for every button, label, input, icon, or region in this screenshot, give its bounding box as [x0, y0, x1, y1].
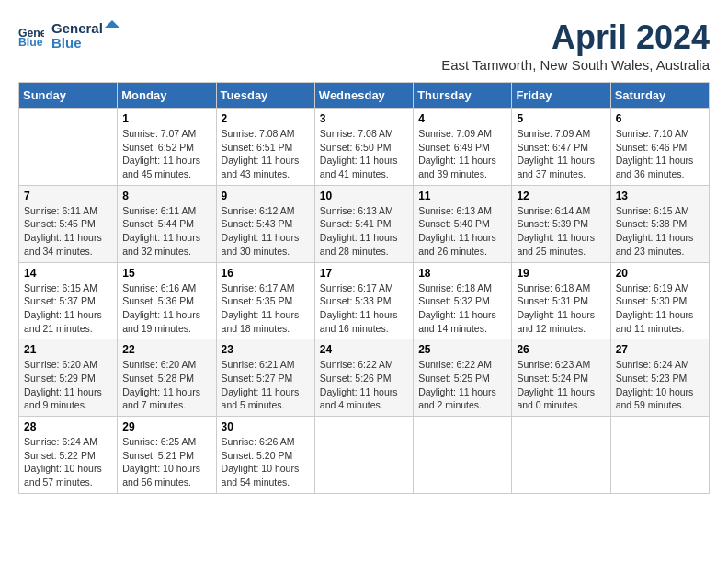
day-cell — [512, 417, 610, 494]
day-number: 17 — [320, 267, 408, 280]
day-detail: Sunrise: 6:24 AM Sunset: 5:22 PM Dayligh… — [24, 435, 112, 489]
day-cell: 19Sunrise: 6:18 AM Sunset: 5:31 PM Dayli… — [512, 262, 610, 339]
day-cell — [610, 417, 709, 494]
day-detail: Sunrise: 6:18 AM Sunset: 5:31 PM Dayligh… — [517, 282, 605, 336]
day-number: 12 — [517, 190, 605, 202]
day-detail: Sunrise: 7:08 AM Sunset: 6:50 PM Dayligh… — [320, 127, 408, 181]
day-number: 23 — [222, 343, 310, 356]
day-cell: 18Sunrise: 6:18 AM Sunset: 5:32 PM Dayli… — [414, 262, 512, 339]
day-cell: 17Sunrise: 6:17 AM Sunset: 5:33 PM Dayli… — [314, 262, 413, 339]
day-detail: Sunrise: 6:11 AM Sunset: 5:45 PM Dayligh… — [24, 204, 112, 259]
day-number: 6 — [616, 112, 704, 125]
day-number: 21 — [24, 343, 112, 356]
day-number: 5 — [517, 112, 605, 125]
day-number: 1 — [122, 112, 210, 125]
day-cell: 22Sunrise: 6:20 AM Sunset: 5:28 PM Dayli… — [118, 339, 216, 417]
day-cell: 8Sunrise: 6:11 AM Sunset: 5:44 PM Daylig… — [118, 185, 216, 262]
day-cell: 27Sunrise: 6:24 AM Sunset: 5:23 PM Dayli… — [610, 339, 709, 417]
header-wednesday: Wednesday — [314, 83, 413, 109]
day-number: 19 — [517, 267, 605, 280]
day-number: 29 — [122, 420, 210, 433]
day-number: 24 — [320, 343, 408, 356]
day-detail: Sunrise: 6:11 AM Sunset: 5:44 PM Dayligh… — [122, 204, 210, 259]
header-friday: Friday — [512, 83, 610, 109]
logo-svg: General Blue — [51, 18, 125, 52]
day-detail: Sunrise: 6:12 AM Sunset: 5:43 PM Dayligh… — [222, 204, 310, 259]
week-row-4: 21Sunrise: 6:20 AM Sunset: 5:29 PM Dayli… — [19, 339, 710, 417]
day-number: 22 — [122, 343, 210, 356]
day-cell: 10Sunrise: 6:13 AM Sunset: 5:41 PM Dayli… — [314, 185, 413, 262]
page-header: General Blue General Blue April 2024 Eas… — [18, 18, 710, 73]
day-cell: 1Sunrise: 7:07 AM Sunset: 6:52 PM Daylig… — [118, 109, 216, 186]
day-detail: Sunrise: 6:13 AM Sunset: 5:40 PM Dayligh… — [418, 204, 506, 259]
week-row-1: 1Sunrise: 7:07 AM Sunset: 6:52 PM Daylig… — [19, 109, 710, 186]
day-number: 11 — [418, 190, 506, 202]
day-number: 9 — [222, 190, 310, 202]
day-detail: Sunrise: 6:20 AM Sunset: 5:28 PM Dayligh… — [122, 358, 210, 412]
week-row-3: 14Sunrise: 6:15 AM Sunset: 5:37 PM Dayli… — [19, 262, 710, 339]
day-cell: 9Sunrise: 6:12 AM Sunset: 5:43 PM Daylig… — [216, 185, 314, 262]
day-cell — [414, 417, 512, 494]
day-cell: 30Sunrise: 6:26 AM Sunset: 5:20 PM Dayli… — [216, 417, 314, 494]
day-number: 8 — [122, 190, 210, 202]
day-number: 25 — [418, 343, 506, 356]
day-cell: 15Sunrise: 6:16 AM Sunset: 5:36 PM Dayli… — [118, 262, 216, 339]
calendar-header-row: SundayMondayTuesdayWednesdayThursdayFrid… — [19, 83, 710, 109]
month-title: April 2024 — [441, 18, 710, 57]
day-number: 18 — [418, 267, 506, 280]
day-cell: 7Sunrise: 6:11 AM Sunset: 5:45 PM Daylig… — [19, 185, 118, 262]
day-cell: 29Sunrise: 6:25 AM Sunset: 5:21 PM Dayli… — [118, 417, 216, 494]
day-detail: Sunrise: 6:22 AM Sunset: 5:25 PM Dayligh… — [418, 358, 506, 412]
header-thursday: Thursday — [414, 83, 512, 109]
day-number: 16 — [222, 267, 310, 280]
day-cell: 28Sunrise: 6:24 AM Sunset: 5:22 PM Dayli… — [19, 417, 118, 494]
day-cell: 5Sunrise: 7:09 AM Sunset: 6:47 PM Daylig… — [512, 109, 610, 186]
day-cell: 2Sunrise: 7:08 AM Sunset: 6:51 PM Daylig… — [216, 109, 314, 186]
day-number: 14 — [24, 267, 112, 280]
day-detail: Sunrise: 6:24 AM Sunset: 5:23 PM Dayligh… — [616, 358, 704, 412]
day-cell: 6Sunrise: 7:10 AM Sunset: 6:46 PM Daylig… — [610, 109, 709, 186]
day-detail: Sunrise: 6:16 AM Sunset: 5:36 PM Dayligh… — [122, 282, 210, 336]
header-saturday: Saturday — [610, 83, 709, 109]
day-cell: 12Sunrise: 6:14 AM Sunset: 5:39 PM Dayli… — [512, 185, 610, 262]
header-tuesday: Tuesday — [216, 83, 314, 109]
day-detail: Sunrise: 7:09 AM Sunset: 6:47 PM Dayligh… — [517, 127, 605, 181]
day-number: 10 — [320, 190, 408, 202]
day-detail: Sunrise: 7:09 AM Sunset: 6:49 PM Dayligh… — [418, 127, 506, 181]
day-number: 4 — [418, 112, 506, 125]
day-detail: Sunrise: 6:23 AM Sunset: 5:24 PM Dayligh… — [517, 358, 605, 412]
header-sunday: Sunday — [19, 83, 118, 109]
day-cell: 4Sunrise: 7:09 AM Sunset: 6:49 PM Daylig… — [414, 109, 512, 186]
title-block: April 2024 East Tamworth, New South Wale… — [441, 18, 710, 73]
day-detail: Sunrise: 7:07 AM Sunset: 6:52 PM Dayligh… — [122, 127, 210, 181]
svg-text:Blue: Blue — [51, 35, 82, 51]
day-cell: 20Sunrise: 6:19 AM Sunset: 5:30 PM Dayli… — [610, 262, 709, 339]
day-number: 13 — [616, 190, 704, 202]
week-row-2: 7Sunrise: 6:11 AM Sunset: 5:45 PM Daylig… — [19, 185, 710, 262]
day-cell: 14Sunrise: 6:15 AM Sunset: 5:37 PM Dayli… — [19, 262, 118, 339]
day-detail: Sunrise: 6:25 AM Sunset: 5:21 PM Dayligh… — [122, 435, 210, 489]
day-detail: Sunrise: 6:21 AM Sunset: 5:27 PM Dayligh… — [222, 358, 310, 412]
header-monday: Monday — [118, 83, 216, 109]
day-cell: 21Sunrise: 6:20 AM Sunset: 5:29 PM Dayli… — [19, 339, 118, 417]
logo-icon: General Blue — [18, 22, 44, 48]
day-detail: Sunrise: 6:14 AM Sunset: 5:39 PM Dayligh… — [517, 204, 605, 259]
day-detail: Sunrise: 7:10 AM Sunset: 6:46 PM Dayligh… — [616, 127, 704, 181]
subtitle: East Tamworth, New South Wales, Australi… — [441, 57, 710, 73]
logo: General Blue General Blue — [18, 18, 125, 52]
week-row-5: 28Sunrise: 6:24 AM Sunset: 5:22 PM Dayli… — [19, 417, 710, 494]
day-cell: 24Sunrise: 6:22 AM Sunset: 5:26 PM Dayli… — [314, 339, 413, 417]
day-number: 15 — [122, 267, 210, 280]
day-number: 26 — [517, 343, 605, 356]
svg-text:General: General — [51, 20, 103, 36]
day-cell — [19, 109, 118, 186]
day-cell: 13Sunrise: 6:15 AM Sunset: 5:38 PM Dayli… — [610, 185, 709, 262]
day-detail: Sunrise: 6:13 AM Sunset: 5:41 PM Dayligh… — [320, 204, 408, 259]
day-number: 7 — [24, 190, 112, 202]
calendar-table: SundayMondayTuesdayWednesdayThursdayFrid… — [18, 82, 710, 494]
day-cell: 23Sunrise: 6:21 AM Sunset: 5:27 PM Dayli… — [216, 339, 314, 417]
svg-text:Blue: Blue — [18, 36, 43, 48]
day-detail: Sunrise: 6:22 AM Sunset: 5:26 PM Dayligh… — [320, 358, 408, 412]
day-number: 28 — [24, 420, 112, 433]
day-detail: Sunrise: 7:08 AM Sunset: 6:51 PM Dayligh… — [222, 127, 310, 181]
